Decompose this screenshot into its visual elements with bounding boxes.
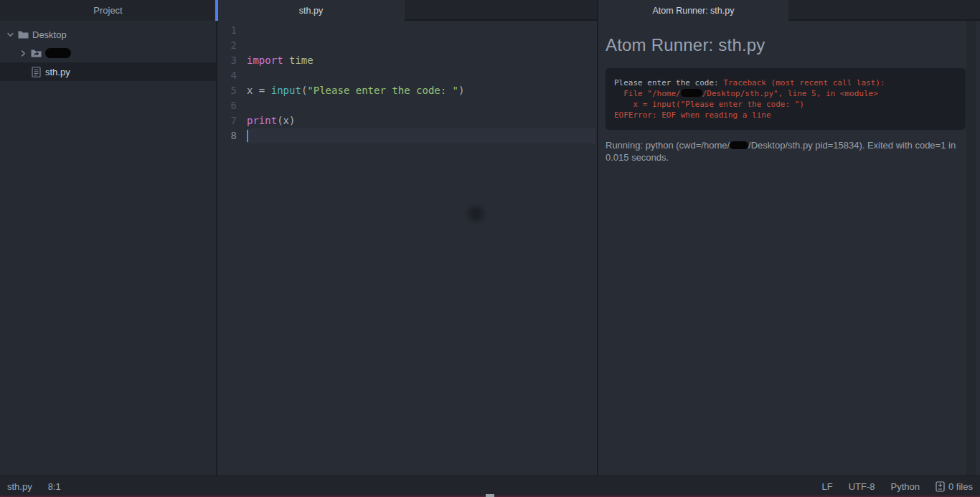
tab-sth-py[interactable]: sth.py xyxy=(217,0,405,21)
line-number-5: 5 xyxy=(217,83,247,98)
code-row-4: 4 xyxy=(217,68,597,83)
code-line-6[interactable] xyxy=(247,98,597,113)
runner-output-console: Please enter the code: Traceback (most r… xyxy=(606,68,966,130)
status-bar-left: sth.py 8:1 xyxy=(7,481,61,492)
line-number-8: 8 xyxy=(217,128,247,143)
tree-item-label: sth.py xyxy=(45,67,70,77)
console-line-4: EOFError: EOF when reading a line xyxy=(614,110,957,120)
screen-smudge-artifact xyxy=(463,201,489,227)
tab-sth-py-label: sth.py xyxy=(299,6,323,16)
token-function: input xyxy=(271,85,301,96)
output-stderr: x = input("Please enter the code: ") xyxy=(614,100,804,109)
editor-tab-bar: sth.py xyxy=(217,0,597,21)
redacted-text xyxy=(45,48,71,58)
code-line-5[interactable]: x = input("Please enter the code: ") xyxy=(247,83,597,98)
redacted-text xyxy=(681,89,702,97)
status-bar-right: LF UTF-8 Python 0 files xyxy=(822,481,973,492)
token-module: time xyxy=(289,55,314,66)
runner-body: Atom Runner: sth.py Please enter the cod… xyxy=(598,21,980,164)
code-row-7: 7print(x) xyxy=(217,113,597,128)
output-stderr: EOFError: EOF when reading a line xyxy=(614,110,771,120)
dock-reveal-notch xyxy=(486,494,494,497)
token-keyword: import xyxy=(247,55,283,66)
code-row-8: 8 xyxy=(217,128,597,143)
code-line-8[interactable] xyxy=(247,128,595,143)
runner-scrollbar-track[interactable] xyxy=(966,21,976,475)
line-number-2: 2 xyxy=(217,38,247,53)
status-encoding[interactable]: UTF-8 xyxy=(849,481,875,492)
atom-runner-pane: Atom Runner: sth.py Atom Runner: sth.py … xyxy=(598,0,980,475)
code-row-2: 2 xyxy=(217,38,597,53)
token-plain xyxy=(283,55,289,66)
file-icon xyxy=(29,66,43,77)
folder-icon xyxy=(16,29,30,40)
runner-tab-bar: Atom Runner: sth.py xyxy=(598,0,980,21)
tab-atom-runner[interactable]: Atom Runner: sth.py xyxy=(598,0,788,21)
status-git[interactable]: 0 files xyxy=(936,481,973,492)
code-line-3[interactable]: import time xyxy=(247,53,597,68)
workspace: Project Desktopsth.py sth.py 123import t… xyxy=(0,0,980,475)
project-tree-header: Project xyxy=(0,0,216,21)
project-tree-list: Desktopsth.py xyxy=(0,21,216,81)
code-line-4[interactable] xyxy=(247,68,597,83)
runner-run-status: Running: python (cwd=/home//Desktop/sth.… xyxy=(606,139,968,164)
pane-resize-handle-left[interactable] xyxy=(216,0,217,475)
output-stderr: Traceback (most recent call last): xyxy=(723,78,885,87)
code-row-3: 3import time xyxy=(217,53,597,68)
tree-indent-spacer xyxy=(18,67,29,77)
git-diff-icon xyxy=(936,481,945,492)
code-row-6: 6 xyxy=(217,98,597,113)
output-stdout: Please enter the code: xyxy=(614,78,723,87)
token-plain: x = xyxy=(247,85,271,96)
console-line-3: x = input("Please enter the code: ") xyxy=(614,99,957,110)
pane-resize-handle-right[interactable] xyxy=(597,0,598,475)
code-line-1[interactable] xyxy=(247,23,597,38)
line-number-4: 4 xyxy=(217,68,247,83)
tree-item-label: Desktop xyxy=(32,29,67,40)
code-row-1: 1 xyxy=(217,23,597,38)
code-editor[interactable]: 123import time45x = input("Please enter … xyxy=(217,21,597,475)
line-number-7: 7 xyxy=(217,113,247,128)
tree-item-sth-py[interactable]: sth.py xyxy=(0,62,216,81)
token-plain: ) xyxy=(458,85,464,96)
atom-window: Project Desktopsth.py sth.py 123import t… xyxy=(0,0,980,497)
token-string: "Please enter the code: " xyxy=(307,85,458,96)
status-cursor-position[interactable]: 8:1 xyxy=(48,481,61,492)
status-grammar[interactable]: Python xyxy=(891,481,920,492)
runner-heading: Atom Runner: sth.py xyxy=(606,35,973,55)
code-line-7[interactable]: print(x) xyxy=(247,113,597,128)
status-line-ending[interactable]: LF xyxy=(822,481,833,492)
redacted-text xyxy=(730,141,748,149)
text-cursor xyxy=(247,130,248,142)
tab-atom-runner-label: Atom Runner: sth.py xyxy=(653,6,735,16)
token-plain: (x) xyxy=(277,115,295,126)
chevron-right-icon[interactable] xyxy=(18,48,29,59)
status-git-files-label: 0 files xyxy=(948,481,973,492)
console-line-1: Please enter the code: Traceback (most r… xyxy=(614,77,957,88)
line-number-3: 3 xyxy=(217,53,247,68)
folder-symlink-icon xyxy=(29,47,43,59)
editor-pane: sth.py 123import time45x = input("Please… xyxy=(217,0,597,475)
line-number-1: 1 xyxy=(217,23,247,38)
project-tree-pane: Project Desktopsth.py xyxy=(0,0,216,475)
code-line-2[interactable] xyxy=(247,38,597,53)
code-row-5: 5x = input("Please enter the code: ") xyxy=(217,83,597,98)
tree-item-redacted[interactable] xyxy=(0,44,216,62)
line-number-6: 6 xyxy=(217,98,247,113)
chevron-down-icon[interactable] xyxy=(5,29,16,40)
output-stderr: /Desktop/sth.py", line 5, in <module> xyxy=(702,89,878,98)
console-line-2: File "/home//Desktop/sth.py", line 5, in… xyxy=(614,88,957,99)
token-keyword: print xyxy=(247,115,277,126)
runner-tab-bar-empty xyxy=(788,0,980,21)
active-pane-indicator xyxy=(215,0,218,21)
output-status: Running: python (cwd=/home/ xyxy=(606,140,730,151)
editor-tab-bar-empty xyxy=(405,0,597,21)
tree-item-desktop[interactable]: Desktop xyxy=(0,25,216,44)
status-file-name[interactable]: sth.py xyxy=(7,481,32,492)
output-stderr: File "/home/ xyxy=(614,89,681,98)
